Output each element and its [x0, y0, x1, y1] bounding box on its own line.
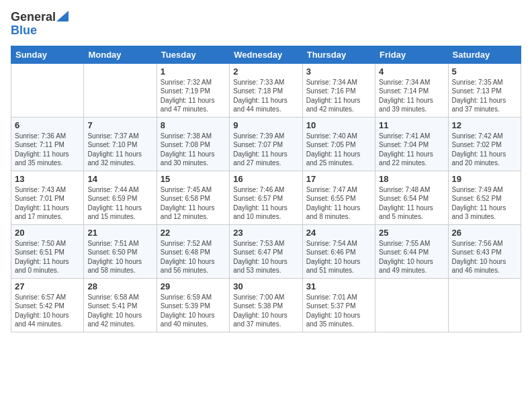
logo: General Blue — [11, 11, 69, 38]
calendar-week-2: 6Sunrise: 7:36 AM Sunset: 7:11 PM Daylig… — [11, 117, 521, 171]
calendar-cell: 1Sunrise: 7:32 AM Sunset: 7:19 PM Daylig… — [157, 63, 229, 117]
day-number: 13 — [15, 174, 80, 184]
day-number: 18 — [379, 174, 444, 184]
day-info: Sunrise: 7:46 AM Sunset: 6:57 PM Dayligh… — [233, 185, 298, 222]
day-number: 31 — [306, 281, 371, 291]
day-info: Sunrise: 7:41 AM Sunset: 7:04 PM Dayligh… — [379, 132, 444, 168]
calendar-cell: 4Sunrise: 7:34 AM Sunset: 7:14 PM Daylig… — [375, 63, 448, 117]
day-number: 22 — [161, 228, 226, 238]
calendar-cell: 17Sunrise: 7:47 AM Sunset: 6:55 PM Dayli… — [302, 171, 375, 224]
day-info: Sunrise: 7:43 AM Sunset: 7:01 PM Dayligh… — [15, 185, 80, 222]
col-header-sunday: Sunday — [11, 46, 84, 63]
calendar-cell: 28Sunrise: 6:58 AM Sunset: 5:41 PM Dayli… — [84, 278, 157, 332]
day-number: 14 — [87, 174, 152, 184]
calendar-cell: 20Sunrise: 7:50 AM Sunset: 6:51 PM Dayli… — [11, 224, 84, 278]
logo-blue-text: Blue — [11, 24, 69, 38]
col-header-wednesday: Wednesday — [230, 46, 302, 63]
calendar-cell: 26Sunrise: 7:56 AM Sunset: 6:43 PM Dayli… — [448, 224, 521, 278]
day-info: Sunrise: 7:51 AM Sunset: 6:50 PM Dayligh… — [87, 239, 152, 275]
calendar-cell — [448, 278, 521, 332]
day-info: Sunrise: 7:53 AM Sunset: 6:47 PM Dayligh… — [233, 239, 298, 275]
day-number: 21 — [87, 228, 152, 238]
day-number: 12 — [452, 120, 517, 130]
day-number: 24 — [306, 228, 371, 238]
calendar-cell: 21Sunrise: 7:51 AM Sunset: 6:50 PM Dayli… — [84, 224, 157, 278]
day-number: 9 — [233, 120, 298, 130]
calendar-week-5: 27Sunrise: 6:57 AM Sunset: 5:42 PM Dayli… — [11, 278, 521, 332]
day-info: Sunrise: 6:57 AM Sunset: 5:42 PM Dayligh… — [15, 293, 80, 329]
col-header-monday: Monday — [84, 46, 157, 63]
calendar-week-3: 13Sunrise: 7:43 AM Sunset: 7:01 PM Dayli… — [11, 171, 521, 224]
calendar-cell: 29Sunrise: 6:59 AM Sunset: 5:39 PM Dayli… — [157, 278, 229, 332]
calendar-cell: 6Sunrise: 7:36 AM Sunset: 7:11 PM Daylig… — [11, 117, 84, 171]
calendar-cell: 7Sunrise: 7:37 AM Sunset: 7:10 PM Daylig… — [84, 117, 157, 171]
day-info: Sunrise: 7:54 AM Sunset: 6:46 PM Dayligh… — [306, 239, 371, 275]
day-info: Sunrise: 7:38 AM Sunset: 7:08 PM Dayligh… — [161, 132, 226, 168]
calendar-cell: 2Sunrise: 7:33 AM Sunset: 7:18 PM Daylig… — [230, 63, 302, 117]
calendar-cell: 24Sunrise: 7:54 AM Sunset: 6:46 PM Dayli… — [302, 224, 375, 278]
day-info: Sunrise: 7:32 AM Sunset: 7:19 PM Dayligh… — [161, 78, 226, 114]
day-info: Sunrise: 7:49 AM Sunset: 6:52 PM Dayligh… — [452, 185, 517, 222]
day-info: Sunrise: 6:59 AM Sunset: 5:39 PM Dayligh… — [161, 293, 226, 329]
day-info: Sunrise: 7:34 AM Sunset: 7:16 PM Dayligh… — [306, 78, 371, 114]
calendar-cell: 31Sunrise: 7:01 AM Sunset: 5:37 PM Dayli… — [302, 278, 375, 332]
page-header: General Blue — [11, 11, 521, 38]
day-number: 17 — [306, 174, 371, 184]
day-info: Sunrise: 7:34 AM Sunset: 7:14 PM Dayligh… — [379, 78, 444, 114]
day-info: Sunrise: 7:33 AM Sunset: 7:18 PM Dayligh… — [233, 78, 298, 114]
day-number: 27 — [15, 281, 80, 291]
calendar-cell: 3Sunrise: 7:34 AM Sunset: 7:16 PM Daylig… — [302, 63, 375, 117]
day-number: 25 — [379, 228, 444, 238]
calendar-cell: 19Sunrise: 7:49 AM Sunset: 6:52 PM Dayli… — [448, 171, 521, 224]
calendar-cell: 18Sunrise: 7:48 AM Sunset: 6:54 PM Dayli… — [375, 171, 448, 224]
day-info: Sunrise: 7:45 AM Sunset: 6:58 PM Dayligh… — [161, 185, 226, 222]
day-info: Sunrise: 7:36 AM Sunset: 7:11 PM Dayligh… — [15, 132, 80, 168]
day-number: 29 — [161, 281, 226, 291]
calendar-cell: 10Sunrise: 7:40 AM Sunset: 7:05 PM Dayli… — [302, 117, 375, 171]
logo-icon — [56, 11, 69, 21]
calendar-cell: 23Sunrise: 7:53 AM Sunset: 6:47 PM Dayli… — [230, 224, 302, 278]
calendar-cell: 8Sunrise: 7:38 AM Sunset: 7:08 PM Daylig… — [157, 117, 229, 171]
day-info: Sunrise: 7:37 AM Sunset: 7:10 PM Dayligh… — [87, 132, 152, 168]
day-info: Sunrise: 7:55 AM Sunset: 6:44 PM Dayligh… — [379, 239, 444, 275]
col-header-saturday: Saturday — [448, 46, 521, 63]
day-info: Sunrise: 7:01 AM Sunset: 5:37 PM Dayligh… — [306, 293, 371, 329]
calendar-cell: 15Sunrise: 7:45 AM Sunset: 6:58 PM Dayli… — [157, 171, 229, 224]
calendar-cell: 27Sunrise: 6:57 AM Sunset: 5:42 PM Dayli… — [11, 278, 84, 332]
day-info: Sunrise: 7:39 AM Sunset: 7:07 PM Dayligh… — [233, 132, 298, 168]
calendar-cell: 16Sunrise: 7:46 AM Sunset: 6:57 PM Dayli… — [230, 171, 302, 224]
day-number: 30 — [233, 281, 298, 291]
day-number: 5 — [452, 66, 517, 77]
day-number: 15 — [161, 174, 226, 184]
day-number: 26 — [452, 228, 517, 238]
day-info: Sunrise: 7:47 AM Sunset: 6:55 PM Dayligh… — [306, 185, 371, 222]
calendar-header-row: SundayMondayTuesdayWednesdayThursdayFrid… — [11, 46, 521, 63]
calendar-table: SundayMondayTuesdayWednesdayThursdayFrid… — [11, 46, 521, 332]
day-number: 20 — [15, 228, 80, 238]
day-info: Sunrise: 7:35 AM Sunset: 7:13 PM Dayligh… — [452, 78, 517, 114]
day-number: 11 — [379, 120, 444, 130]
calendar-week-1: 1Sunrise: 7:32 AM Sunset: 7:19 PM Daylig… — [11, 63, 521, 117]
calendar-cell: 11Sunrise: 7:41 AM Sunset: 7:04 PM Dayli… — [375, 117, 448, 171]
calendar-cell: 22Sunrise: 7:52 AM Sunset: 6:48 PM Dayli… — [157, 224, 229, 278]
day-info: Sunrise: 7:44 AM Sunset: 6:59 PM Dayligh… — [87, 185, 152, 222]
calendar-cell — [84, 63, 157, 117]
day-number: 23 — [233, 228, 298, 238]
calendar-cell: 30Sunrise: 7:00 AM Sunset: 5:38 PM Dayli… — [230, 278, 302, 332]
calendar-cell: 13Sunrise: 7:43 AM Sunset: 7:01 PM Dayli… — [11, 171, 84, 224]
day-info: Sunrise: 7:00 AM Sunset: 5:38 PM Dayligh… — [233, 293, 298, 329]
day-info: Sunrise: 7:48 AM Sunset: 6:54 PM Dayligh… — [379, 185, 444, 222]
day-number: 8 — [161, 120, 226, 130]
logo-general-text: General — [11, 11, 69, 24]
day-number: 1 — [161, 66, 226, 77]
day-number: 2 — [233, 66, 298, 77]
day-number: 6 — [15, 120, 80, 130]
day-number: 19 — [452, 174, 517, 184]
day-info: Sunrise: 7:42 AM Sunset: 7:02 PM Dayligh… — [452, 132, 517, 168]
day-number: 16 — [233, 174, 298, 184]
svg-marker-0 — [56, 11, 69, 21]
day-number: 3 — [306, 66, 371, 77]
col-header-thursday: Thursday — [302, 46, 375, 63]
day-number: 28 — [87, 281, 152, 291]
calendar-cell — [375, 278, 448, 332]
